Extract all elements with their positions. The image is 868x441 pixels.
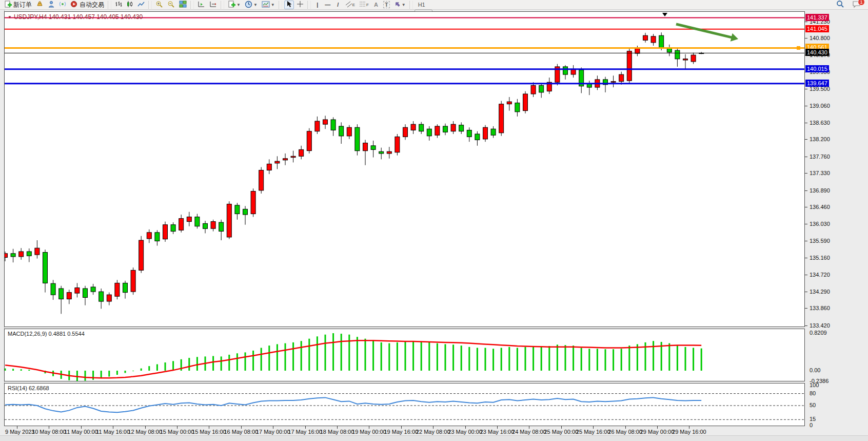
time-axis-label: 11 May 00:00 (64, 429, 98, 435)
periods-button[interactable]: ▼ (243, 1, 259, 9)
indicators-button[interactable]: ▼ (226, 1, 242, 9)
vertical-line-button[interactable]: | (313, 1, 322, 9)
toolbar-separator (190, 1, 194, 9)
macd-chart (5, 329, 804, 381)
bar-chart-button[interactable] (113, 1, 124, 9)
fibonacci-button[interactable]: F (358, 1, 370, 9)
candle (459, 125, 464, 131)
chat-button[interactable]: 1 (851, 1, 862, 9)
arrows-icon (394, 1, 401, 9)
channel-icon (345, 1, 352, 9)
candles-layer (5, 32, 704, 314)
candle (171, 225, 175, 232)
candle (411, 124, 416, 130)
candle (323, 120, 328, 124)
new-order-button[interactable]: 新订单 (3, 1, 33, 9)
price-tick-mark (805, 207, 807, 207)
candle (347, 127, 351, 136)
toolbar-separator (279, 1, 282, 9)
candle (211, 222, 215, 229)
candle (403, 127, 408, 137)
candle (11, 254, 15, 257)
price-tick-label: 138.630 (810, 120, 830, 126)
price-tick-mark (805, 106, 807, 106)
time-axis-label: 19 May 00:00 (352, 429, 386, 435)
trendline-button[interactable]: / (333, 1, 343, 9)
vertical-line-icon: | (317, 2, 318, 8)
rsi-chart (5, 384, 804, 426)
text-button[interactable]: A (371, 1, 381, 9)
candle (195, 217, 200, 226)
market-watch-button[interactable] (34, 1, 45, 9)
clock-icon (245, 1, 252, 9)
new-order-label: 新订单 (13, 1, 32, 9)
price-line-label: 141.337 (805, 14, 829, 21)
candle (35, 248, 40, 255)
signals-button[interactable] (57, 1, 68, 9)
candle (51, 283, 55, 295)
time-axis-label: 18 May 08:00 (320, 429, 354, 435)
candle (355, 127, 360, 151)
time-axis[interactable]: 9 May 202310 May 08:0011 May 00:0011 May… (4, 426, 805, 435)
candle (635, 48, 640, 54)
autotrade-button[interactable]: 自动交易 (69, 1, 106, 9)
macd-pane[interactable]: MACD(12,26,9) 0.4881 0.5544 (4, 329, 805, 381)
time-axis-label: 22 May 08:00 (416, 429, 450, 435)
navigator-button[interactable] (46, 1, 56, 9)
price-tick-label: 136.460 (810, 204, 830, 210)
candle (683, 59, 688, 60)
window-bottom-strip (0, 435, 868, 441)
price-axis[interactable]: 141.230140.800140.370139.930139.500139.0… (805, 11, 868, 435)
line-handle[interactable] (797, 46, 800, 50)
main-chart-pane[interactable]: ▼ USDJPY,H4 140.431 140.457 140.405 140.… (4, 11, 805, 327)
horizontal-line-button[interactable]: — (323, 1, 332, 9)
candle (5, 254, 8, 258)
tile-windows-button[interactable] (177, 1, 188, 9)
search-button[interactable] (835, 1, 846, 9)
cursor-button[interactable] (284, 1, 294, 9)
candlestick-button[interactable] (125, 1, 135, 9)
auto-scroll-button[interactable] (196, 1, 207, 9)
candle (563, 67, 568, 74)
toolbar-separator (221, 1, 224, 9)
candle (387, 151, 391, 154)
candle (235, 205, 240, 214)
time-axis-label: 12 May 08:00 (128, 429, 162, 435)
chart-shift-button[interactable] (208, 1, 219, 9)
candle (619, 74, 624, 82)
time-axis-label: 24 May 08:00 (512, 429, 546, 435)
candle (435, 126, 440, 135)
autotrade-icon (70, 1, 78, 9)
channel-button[interactable]: E (344, 1, 357, 9)
time-axis-label: 15 May 16:00 (192, 429, 226, 435)
chart-shift-marker[interactable] (662, 13, 667, 16)
candle (179, 219, 184, 231)
time-axis-label: 19 May 16:00 (384, 429, 418, 435)
candle (363, 143, 368, 151)
templates-button[interactable]: ▼ (260, 1, 277, 9)
candle (371, 146, 376, 150)
zoom-out-button[interactable] (166, 1, 176, 9)
trend-arrow[interactable] (676, 24, 733, 38)
candle (227, 204, 231, 237)
price-line-label: 141.045 (805, 25, 829, 32)
candle (483, 127, 488, 139)
chevron-down-icon: ▼ (402, 3, 406, 7)
crosshair-button[interactable] (295, 1, 305, 9)
rsi-pane[interactable]: RSI(14) 62.6868 (4, 383, 805, 426)
zoom-in-button[interactable] (154, 1, 165, 9)
price-tick-label: 139.500 (810, 86, 830, 92)
price-tick-label: 133.860 (810, 305, 830, 311)
candle (515, 103, 520, 111)
macd-axis-label: 0.8209 (810, 330, 827, 336)
line-chart-button[interactable] (136, 1, 146, 9)
tab-timeframe-H1[interactable]: H1 (415, 0, 432, 10)
chart-title-text: USDJPY,H4 140.431 140.457 140.405 140.43… (14, 13, 143, 21)
candle (259, 170, 264, 190)
price-tick-label: 138.200 (810, 136, 830, 142)
candle (219, 222, 224, 231)
arrows-button[interactable]: ▼ (392, 1, 407, 9)
text-label-icon: T (383, 1, 390, 8)
candle (315, 121, 320, 131)
text-label-button[interactable]: T (382, 1, 391, 9)
